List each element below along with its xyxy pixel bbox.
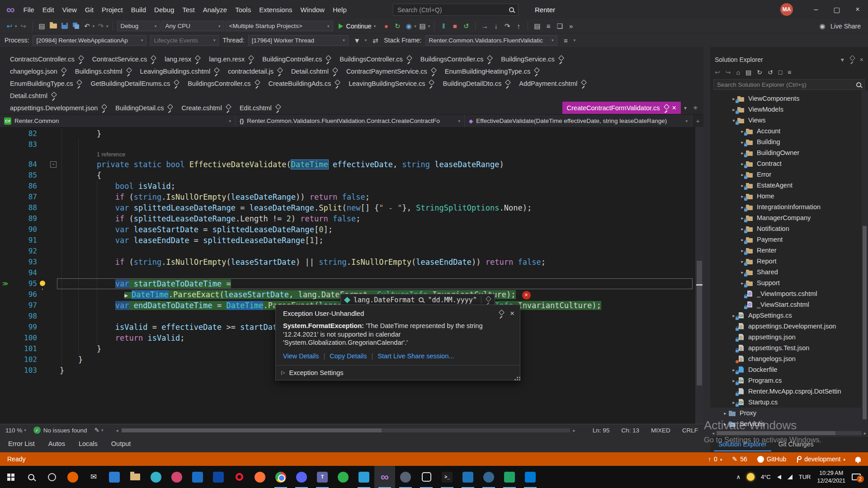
editor-tab[interactable]: BuildingController.cs: [258, 53, 335, 65]
line-number[interactable]: 97: [0, 300, 37, 311]
breakpoint-icon[interactable]: ●: [381, 23, 391, 29]
maximize-button[interactable]: ▢: [826, 0, 847, 19]
stack-frame-dropdown[interactable]: Renter.Common.Validators.FluentValidatic…: [425, 35, 557, 46]
pin-icon[interactable]: [226, 105, 231, 111]
panel-tab-error-list[interactable]: Error List: [8, 440, 35, 452]
restart-icon[interactable]: ↺: [461, 23, 471, 29]
line-number[interactable]: 88: [0, 202, 37, 213]
taskbar-azure-data-studio[interactable]: [520, 466, 541, 488]
line-number[interactable]: 89: [0, 213, 37, 224]
scrollbar-thumb[interactable]: [863, 226, 867, 419]
taskbar-teams[interactable]: T: [312, 466, 333, 488]
tree-item[interactable]: appsettings.json: [710, 332, 868, 343]
show-all-files-icon[interactable]: ≡: [788, 69, 791, 76]
datatip-expression[interactable]: lang.DateFormat: [354, 296, 415, 304]
tree-item[interactable]: ▸Services: [710, 418, 868, 429]
menu-edit[interactable]: Edit: [38, 0, 58, 19]
line-number[interactable]: 92: [0, 246, 37, 257]
switch-views-icon[interactable]: ▤: [745, 69, 751, 76]
tree-item[interactable]: ▸ManagerCompany: [710, 212, 868, 223]
editor-tab[interactable]: contractdetail.js: [223, 65, 287, 77]
temperature[interactable]: 4°C: [761, 474, 771, 480]
tree-item[interactable]: ▸Proxy: [710, 408, 868, 418]
editor-tab[interactable]: EnumBuildingType.cs: [5, 77, 86, 89]
editor-tab[interactable]: LeavingBuildings.cshtml: [136, 65, 224, 77]
lifecycle-events-dropdown[interactable]: Lifecycle Events▾: [150, 35, 219, 46]
solution-explorer-search-input[interactable]: Search Solution Explorer (Ctrl+ş): [713, 79, 865, 90]
tree-item[interactable]: ▸Program.cs: [710, 375, 868, 386]
close-icon[interactable]: ×: [510, 310, 514, 317]
line-number[interactable]: 103: [0, 365, 37, 376]
action-center-icon[interactable]: 2: [852, 474, 861, 480]
collapse-all-icon[interactable]: □: [778, 69, 782, 76]
clock[interactable]: 10:29 AM 12/24/2021: [817, 469, 845, 484]
line-number[interactable]: 102: [0, 354, 37, 365]
menu-test[interactable]: Test: [178, 0, 199, 19]
tree-item[interactable]: Renter.MvcApp.csproj.DotSettin: [710, 386, 868, 397]
menu-tools[interactable]: Tools: [231, 0, 255, 19]
editor-tab[interactable]: Detail.cshtml: [5, 89, 61, 102]
code-editor[interactable]: 82 }831 reference84- private static bool…: [0, 127, 703, 424]
taskbar-start[interactable]: [0, 466, 21, 488]
quick-actions-lightbulb-icon[interactable]: [40, 281, 45, 286]
pin-icon[interactable]: [174, 80, 179, 86]
scrollbar-thumb[interactable]: [717, 431, 835, 435]
step-out-icon[interactable]: ↑: [514, 23, 524, 29]
pin-icon[interactable]: [255, 80, 259, 86]
tree-vertical-scrollbar[interactable]: [861, 90, 868, 429]
pin-icon[interactable]: [558, 56, 563, 62]
document-options-gear-icon[interactable]: ✳: [690, 105, 701, 111]
pin-icon[interactable]: [195, 56, 200, 62]
panel-tab-autos[interactable]: Autos: [48, 440, 65, 452]
tree-item[interactable]: ▸Notification: [710, 223, 868, 234]
refresh-icon[interactable]: ↺: [768, 69, 773, 76]
tree-item[interactable]: ▸Renter: [710, 245, 868, 256]
taskbar-movies-tv[interactable]: [104, 466, 125, 488]
show-next-statement-icon[interactable]: →: [480, 23, 490, 29]
search-icon[interactable]: [856, 82, 861, 87]
menu-build[interactable]: Build: [127, 0, 150, 19]
github-status[interactable]: GitHub: [757, 455, 787, 463]
scroll-right-icon[interactable]: ▸: [864, 431, 866, 436]
taskbar-ssms[interactable]: [499, 466, 520, 488]
taskbar-rider[interactable]: [208, 466, 229, 488]
tree-item[interactable]: ▸Building: [710, 136, 868, 147]
branch-selector[interactable]: development ▴: [796, 455, 845, 463]
hidden-icons-chevron[interactable]: ∧: [736, 474, 741, 480]
pin-icon[interactable]: [61, 68, 66, 74]
copy-details-link[interactable]: Copy Details: [330, 352, 367, 360]
close-icon[interactable]: ×: [860, 56, 863, 63]
tree-item[interactable]: ▸IntegrationInformation: [710, 202, 868, 212]
configuration-dropdown[interactable]: Debug▾: [117, 21, 160, 31]
nav-forward-icon[interactable]: ↪: [726, 69, 731, 76]
scroll-left-icon[interactable]: ◂: [712, 431, 714, 436]
menu-help[interactable]: Help: [329, 0, 351, 19]
editor-tab[interactable]: BuildingsController.cs: [183, 77, 264, 89]
tree-item[interactable]: ▸ViewComponents: [710, 93, 868, 104]
line-number[interactable]: 91: [0, 235, 37, 246]
datatip-popup[interactable]: lang.DateFormat "dd.MM.yyyy": [340, 294, 495, 306]
expander-icon[interactable]: ▸: [722, 422, 729, 427]
tree-item[interactable]: ▸Startup.cs: [710, 397, 868, 408]
navigate-back-icon[interactable]: ↩: [5, 23, 14, 29]
debugbar-options-icon[interactable]: ≡: [561, 37, 571, 44]
scrollbar-thumb[interactable]: [122, 428, 382, 432]
tree-item[interactable]: ▸ViewModels: [710, 104, 868, 115]
thread-dropdown[interactable]: [17964] Worker Thread▾: [248, 35, 349, 46]
pin-icon[interactable]: [534, 68, 539, 74]
tree-item[interactable]: _ViewStart.cshtml: [710, 299, 868, 310]
line-number[interactable]: 96: [0, 289, 37, 300]
taskbar-webstorm[interactable]: [187, 466, 208, 488]
close-icon[interactable]: ×: [672, 104, 676, 112]
process-dropdown[interactable]: [20984] Renter.WebApplicationAp▾: [33, 35, 146, 46]
menu-window[interactable]: Window: [297, 0, 329, 19]
taskbar-snagit[interactable]: [333, 466, 354, 488]
tab-list-chevron-icon[interactable]: ▾: [681, 105, 690, 111]
taskbar-vscode[interactable]: [354, 466, 374, 488]
minimize-button[interactable]: –: [806, 0, 826, 19]
taskbar-file-explorer[interactable]: [125, 466, 146, 488]
editor-tab[interactable]: Edit.cshtml: [235, 102, 285, 114]
taskbar-firefox-dev[interactable]: [250, 466, 270, 488]
pin-icon[interactable]: [51, 93, 56, 99]
close-button[interactable]: ×: [847, 0, 868, 19]
